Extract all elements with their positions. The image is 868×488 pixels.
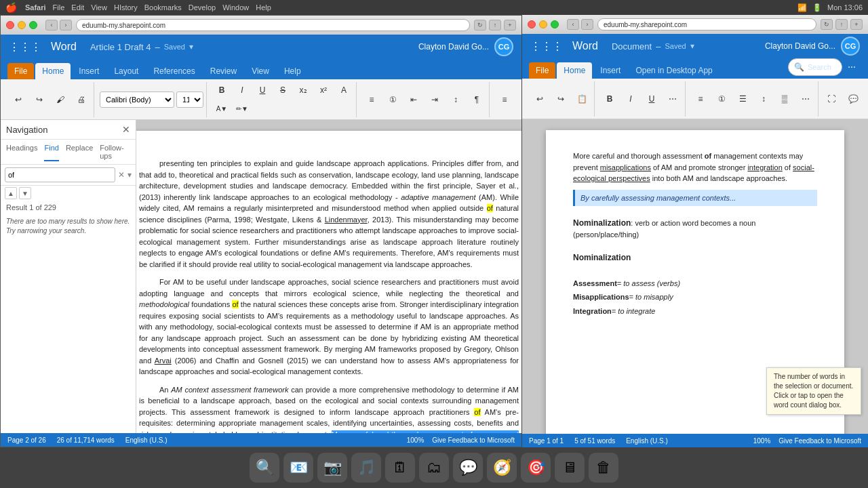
menu-help[interactable]: Help xyxy=(256,3,271,12)
right-align-btn[interactable]: ☰ xyxy=(733,90,752,108)
align-left[interactable]: ≡ xyxy=(495,91,514,108)
menu-safari[interactable]: Safari xyxy=(25,3,46,12)
dock-apps[interactable]: 🎯 xyxy=(521,453,551,483)
italic-button[interactable]: I xyxy=(233,81,252,99)
right-more-para-btn[interactable]: ⋯ xyxy=(796,90,815,108)
right-spacing-btn[interactable]: ↕ xyxy=(754,90,773,108)
dock-calendar[interactable]: 🗓 xyxy=(385,453,415,483)
bullets-button[interactable]: ≡ xyxy=(362,91,381,108)
paragraph-marks[interactable]: ¶ xyxy=(467,91,486,108)
right-back-button[interactable]: ‹ xyxy=(567,19,579,30)
minimize-button[interactable] xyxy=(18,21,26,29)
address-bar-right[interactable]: eduumb-my.sharepoint.com xyxy=(597,18,816,30)
nav-prev-button[interactable]: ▲ xyxy=(5,187,17,199)
undo-button[interactable]: ↩ xyxy=(9,91,28,108)
right-shading-btn[interactable]: ▒ xyxy=(775,90,794,108)
superscript-button[interactable]: x² xyxy=(314,81,333,99)
right-bold-btn[interactable]: B xyxy=(600,90,619,108)
tab-review-left[interactable]: Review xyxy=(203,63,243,79)
right-more-format-btn[interactable]: ⋯ xyxy=(663,90,682,108)
tab-references-left[interactable]: References xyxy=(146,63,201,79)
dock-music[interactable]: 🎵 xyxy=(351,453,381,483)
nav-next-button[interactable]: ▼ xyxy=(19,187,31,199)
nav-tab-headings[interactable]: Headings xyxy=(6,142,37,161)
tab-file-left[interactable]: File xyxy=(7,63,34,79)
menu-history[interactable]: HIstory xyxy=(114,3,138,12)
nav-tab-replace[interactable]: Replace xyxy=(66,142,93,161)
right-doc-area[interactable]: More careful and thorough assessment of … xyxy=(522,119,868,434)
clear-format[interactable]: A xyxy=(334,81,353,99)
right-close-button[interactable] xyxy=(528,20,536,28)
right-italic-btn[interactable]: I xyxy=(621,90,640,108)
bold-button[interactable]: B xyxy=(212,81,231,99)
right-reload-button[interactable]: ↻ xyxy=(821,19,833,30)
right-language[interactable]: English (U.S.) xyxy=(626,437,668,445)
right-tab-insert[interactable]: Insert xyxy=(593,62,627,79)
tab-home-left[interactable]: Home xyxy=(35,63,71,79)
close-button[interactable] xyxy=(6,21,14,29)
format-painter[interactable]: 🖌 xyxy=(51,91,70,108)
nav-clear-button[interactable]: ✕ xyxy=(118,170,125,180)
right-feedback-link[interactable]: Give Feedback to Microsoft xyxy=(778,437,861,445)
app-grid-icon[interactable]: ⋮⋮⋮ xyxy=(9,41,41,54)
nav-dropdown-button[interactable]: ▾ xyxy=(127,170,132,180)
right-underline-btn[interactable]: U xyxy=(642,90,661,108)
right-minimize-button[interactable] xyxy=(539,20,547,28)
nav-tab-followups[interactable]: Follow-ups xyxy=(100,142,130,161)
right-maximize-button[interactable] xyxy=(551,20,559,28)
right-app-grid-icon[interactable]: ⋮⋮⋮ xyxy=(530,40,563,53)
right-redo-btn[interactable]: ↪ xyxy=(551,90,570,108)
menu-view[interactable]: View xyxy=(91,3,107,12)
right-tab-open-desktop[interactable]: Open in Desktop App xyxy=(629,62,719,79)
highlight-color[interactable]: ✏▼ xyxy=(233,100,252,118)
dock-trash[interactable]: 🗑 xyxy=(589,453,618,483)
tab-view-left[interactable]: View xyxy=(245,63,276,79)
menu-window[interactable]: Window xyxy=(222,3,249,12)
nav-tab-find[interactable]: Find xyxy=(44,142,58,161)
right-new-tab-button[interactable]: + xyxy=(850,19,863,30)
dock-messages[interactable]: 💬 xyxy=(453,453,483,483)
right-more-btn[interactable]: ⋯ xyxy=(842,58,861,76)
font-size-select[interactable]: 11 xyxy=(176,92,203,108)
dock-finder[interactable]: 🔍 xyxy=(250,453,279,483)
menu-bookmarks[interactable]: Bookmarks xyxy=(144,3,182,12)
right-share-button[interactable]: ↑ xyxy=(835,19,848,30)
back-button[interactable]: ‹ xyxy=(45,20,58,30)
share-button[interactable]: ↑ xyxy=(489,20,501,30)
right-user-avatar[interactable]: CG xyxy=(841,37,860,56)
font-family-select[interactable]: Calibri (Body) xyxy=(100,92,174,108)
left-doc-area[interactable]: presenting ten principles to explain and… xyxy=(136,120,521,433)
right-search-ribbon[interactable]: 🔍 Search xyxy=(788,58,842,76)
new-tab-button[interactable]: + xyxy=(504,20,516,30)
right-clipboard-btn[interactable]: 📋 xyxy=(572,90,591,108)
right-bullets-btn[interactable]: ≡ xyxy=(691,90,710,108)
navigation-close-button[interactable]: ✕ xyxy=(122,124,130,135)
text-color[interactable]: A▼ xyxy=(212,100,231,118)
page-info[interactable]: Page 2 of 26 xyxy=(7,436,46,444)
underline-button[interactable]: U xyxy=(253,81,272,99)
quick-print[interactable]: 🖨 xyxy=(72,91,91,108)
menu-edit[interactable]: Edit xyxy=(71,3,84,12)
left-user-avatar[interactable]: CG xyxy=(494,37,513,56)
right-page-info[interactable]: Page 1 of 1 xyxy=(529,437,564,445)
numbering-button[interactable]: ① xyxy=(383,91,402,108)
forward-button[interactable]: › xyxy=(60,20,72,30)
dock-files[interactable]: 🗂 xyxy=(419,453,449,483)
right-tab-home[interactable]: Home xyxy=(557,62,592,79)
dock-mail[interactable]: 📧 xyxy=(283,453,313,483)
word-count[interactable]: 26 of 11,714 words xyxy=(57,436,115,444)
strikethrough-button[interactable]: S xyxy=(273,81,292,99)
right-fullscreen-btn[interactable]: ⛶ xyxy=(822,90,841,108)
sort-button[interactable]: ↕ xyxy=(446,91,465,108)
menu-file[interactable]: File xyxy=(53,3,65,12)
dock-photos[interactable]: 📷 xyxy=(317,453,347,483)
right-undo-btn[interactable]: ↩ xyxy=(530,90,549,108)
right-numbering-btn[interactable]: ① xyxy=(712,90,731,108)
indent-increase[interactable]: ⇥ xyxy=(425,91,444,108)
right-forward-button[interactable]: › xyxy=(581,19,593,30)
navigation-search-input[interactable] xyxy=(5,167,115,182)
right-tab-file[interactable]: File xyxy=(529,62,555,79)
maximize-button[interactable] xyxy=(29,21,37,29)
tab-help-left[interactable]: Help xyxy=(277,63,308,79)
menu-develop[interactable]: Develop xyxy=(189,3,216,12)
